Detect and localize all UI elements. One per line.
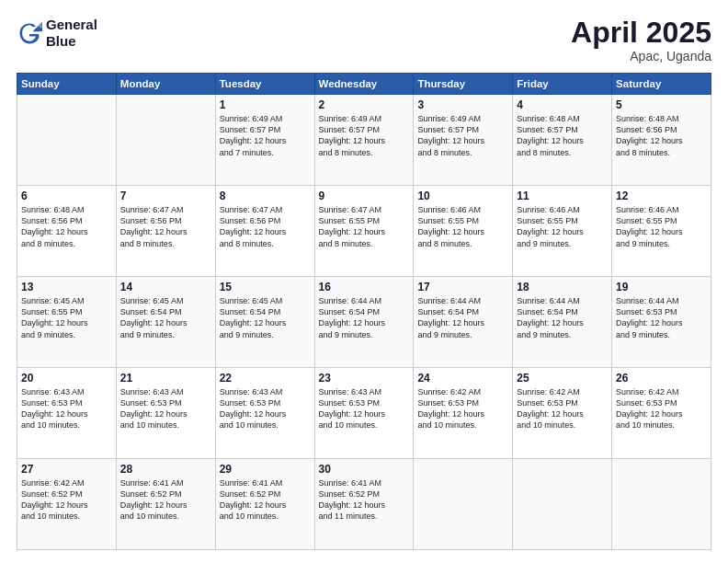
day-header-friday: Friday (513, 74, 612, 95)
cell-content: Sunrise: 6:43 AM Sunset: 6:53 PM Dayligh… (21, 386, 112, 431)
day-number: 10 (417, 190, 508, 202)
day-header-tuesday: Tuesday (215, 74, 314, 95)
day-number: 9 (319, 190, 410, 202)
cell-content: Sunrise: 6:44 AM Sunset: 6:54 PM Dayligh… (517, 295, 608, 340)
day-number: 7 (120, 190, 211, 202)
calendar-cell: 2Sunrise: 6:49 AM Sunset: 6:57 PM Daylig… (314, 95, 414, 186)
day-number: 15 (220, 281, 311, 293)
day-number: 25 (517, 372, 608, 385)
day-number: 22 (220, 372, 311, 385)
day-number: 8 (220, 190, 311, 202)
page: General Blue April 2025 Apac, Uganda Sun… (0, 0, 728, 563)
calendar-cell: 21Sunrise: 6:43 AM Sunset: 6:53 PM Dayli… (116, 368, 215, 459)
calendar-cell (116, 95, 215, 186)
calendar-week-2: 6Sunrise: 6:48 AM Sunset: 6:56 PM Daylig… (17, 186, 711, 277)
calendar-week-4: 20Sunrise: 6:43 AM Sunset: 6:53 PM Dayli… (17, 368, 711, 459)
cell-content: Sunrise: 6:49 AM Sunset: 6:57 PM Dayligh… (417, 113, 508, 158)
logo-icon (17, 20, 42, 46)
calendar-cell: 22Sunrise: 6:43 AM Sunset: 6:53 PM Dayli… (215, 368, 314, 459)
day-number: 6 (21, 190, 112, 202)
calendar-cell (17, 95, 117, 186)
day-header-saturday: Saturday (612, 74, 711, 95)
cell-content: Sunrise: 6:42 AM Sunset: 6:53 PM Dayligh… (616, 386, 707, 431)
day-number: 24 (417, 372, 508, 385)
cell-content: Sunrise: 6:48 AM Sunset: 6:56 PM Dayligh… (616, 113, 707, 158)
cell-content: Sunrise: 6:46 AM Sunset: 6:55 PM Dayligh… (517, 204, 608, 249)
cell-content: Sunrise: 6:49 AM Sunset: 6:57 PM Dayligh… (220, 113, 311, 158)
calendar-cell: 26Sunrise: 6:42 AM Sunset: 6:53 PM Dayli… (612, 368, 711, 459)
day-number: 21 (120, 372, 211, 385)
main-title: April 2025 (571, 17, 711, 49)
cell-content: Sunrise: 6:42 AM Sunset: 6:52 PM Dayligh… (21, 477, 112, 523)
calendar-cell: 8Sunrise: 6:47 AM Sunset: 6:56 PM Daylig… (215, 186, 314, 277)
day-header-thursday: Thursday (414, 74, 513, 95)
calendar-cell: 27Sunrise: 6:42 AM Sunset: 6:52 PM Dayli… (17, 459, 117, 550)
calendar-cell: 1Sunrise: 6:49 AM Sunset: 6:57 PM Daylig… (215, 95, 314, 186)
day-number: 17 (417, 281, 508, 293)
calendar-cell: 5Sunrise: 6:48 AM Sunset: 6:56 PM Daylig… (612, 95, 711, 186)
cell-content: Sunrise: 6:41 AM Sunset: 6:52 PM Dayligh… (319, 477, 410, 523)
day-number: 20 (21, 372, 112, 385)
cell-content: Sunrise: 6:42 AM Sunset: 6:53 PM Dayligh… (417, 386, 508, 431)
day-number: 18 (517, 281, 608, 293)
title-block: April 2025 Apac, Uganda (571, 17, 711, 63)
calendar-cell: 9Sunrise: 6:47 AM Sunset: 6:55 PM Daylig… (314, 186, 414, 277)
calendar-cell: 11Sunrise: 6:46 AM Sunset: 6:55 PM Dayli… (513, 186, 612, 277)
cell-content: Sunrise: 6:45 AM Sunset: 6:55 PM Dayligh… (21, 295, 112, 340)
calendar-cell: 17Sunrise: 6:44 AM Sunset: 6:54 PM Dayli… (414, 277, 513, 368)
calendar-cell: 19Sunrise: 6:44 AM Sunset: 6:53 PM Dayli… (612, 277, 711, 368)
day-header-sunday: Sunday (17, 74, 117, 95)
day-number: 1 (220, 98, 311, 111)
calendar-cell: 13Sunrise: 6:45 AM Sunset: 6:55 PM Dayli… (17, 277, 117, 368)
day-number: 23 (319, 372, 410, 385)
calendar-cell: 28Sunrise: 6:41 AM Sunset: 6:52 PM Dayli… (116, 459, 215, 550)
day-number: 29 (220, 463, 311, 476)
cell-content: Sunrise: 6:44 AM Sunset: 6:53 PM Dayligh… (616, 295, 707, 340)
calendar-cell: 20Sunrise: 6:43 AM Sunset: 6:53 PM Dayli… (17, 368, 117, 459)
cell-content: Sunrise: 6:43 AM Sunset: 6:53 PM Dayligh… (319, 386, 410, 431)
day-number: 12 (616, 190, 707, 202)
calendar-week-5: 27Sunrise: 6:42 AM Sunset: 6:52 PM Dayli… (17, 459, 711, 550)
cell-content: Sunrise: 6:46 AM Sunset: 6:55 PM Dayligh… (616, 204, 707, 249)
calendar-cell: 29Sunrise: 6:41 AM Sunset: 6:52 PM Dayli… (215, 459, 314, 550)
calendar-cell: 6Sunrise: 6:48 AM Sunset: 6:56 PM Daylig… (17, 186, 117, 277)
day-number: 4 (517, 98, 608, 111)
day-header-monday: Monday (116, 74, 215, 95)
cell-content: Sunrise: 6:45 AM Sunset: 6:54 PM Dayligh… (120, 295, 211, 340)
logo-text: General Blue (46, 17, 97, 50)
day-number: 26 (616, 372, 707, 385)
cell-content: Sunrise: 6:48 AM Sunset: 6:57 PM Dayligh… (517, 113, 608, 158)
logo: General Blue (17, 17, 97, 50)
logo-line1: General (46, 17, 97, 33)
cell-content: Sunrise: 6:44 AM Sunset: 6:54 PM Dayligh… (417, 295, 508, 340)
cell-content: Sunrise: 6:44 AM Sunset: 6:54 PM Dayligh… (319, 295, 410, 340)
day-number: 2 (319, 98, 410, 111)
calendar-cell: 18Sunrise: 6:44 AM Sunset: 6:54 PM Dayli… (513, 277, 612, 368)
calendar-cell: 16Sunrise: 6:44 AM Sunset: 6:54 PM Dayli… (314, 277, 414, 368)
subtitle: Apac, Uganda (571, 49, 711, 63)
cell-content: Sunrise: 6:43 AM Sunset: 6:53 PM Dayligh… (220, 386, 311, 431)
header: General Blue April 2025 Apac, Uganda (17, 17, 711, 63)
day-header-wednesday: Wednesday (314, 74, 414, 95)
cell-content: Sunrise: 6:41 AM Sunset: 6:52 PM Dayligh… (120, 477, 211, 523)
cell-content: Sunrise: 6:43 AM Sunset: 6:53 PM Dayligh… (120, 386, 211, 431)
day-number: 14 (120, 281, 211, 293)
calendar-cell: 4Sunrise: 6:48 AM Sunset: 6:57 PM Daylig… (513, 95, 612, 186)
day-number: 5 (616, 98, 707, 111)
day-number: 3 (417, 98, 508, 111)
calendar-week-1: 1Sunrise: 6:49 AM Sunset: 6:57 PM Daylig… (17, 95, 711, 186)
cell-content: Sunrise: 6:41 AM Sunset: 6:52 PM Dayligh… (220, 477, 311, 523)
calendar-cell: 23Sunrise: 6:43 AM Sunset: 6:53 PM Dayli… (314, 368, 414, 459)
day-number: 30 (319, 463, 410, 476)
calendar-week-3: 13Sunrise: 6:45 AM Sunset: 6:55 PM Dayli… (17, 277, 711, 368)
cell-content: Sunrise: 6:49 AM Sunset: 6:57 PM Dayligh… (319, 113, 410, 158)
calendar-cell: 3Sunrise: 6:49 AM Sunset: 6:57 PM Daylig… (414, 95, 513, 186)
cell-content: Sunrise: 6:46 AM Sunset: 6:55 PM Dayligh… (417, 204, 508, 249)
day-number: 28 (120, 463, 211, 476)
calendar-cell (414, 459, 513, 550)
day-number: 27 (21, 463, 112, 476)
calendar-cell (612, 459, 711, 550)
calendar-cell (513, 459, 612, 550)
calendar-cell: 14Sunrise: 6:45 AM Sunset: 6:54 PM Dayli… (116, 277, 215, 368)
calendar-cell: 15Sunrise: 6:45 AM Sunset: 6:54 PM Dayli… (215, 277, 314, 368)
